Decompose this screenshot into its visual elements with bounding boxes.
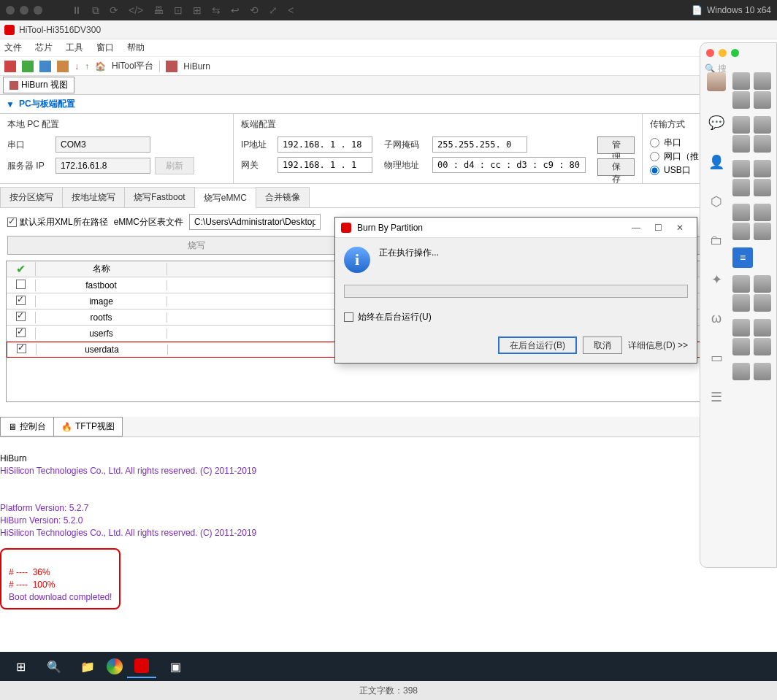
monitor-icon: 🖥 [8,422,17,432]
tool-icon-1[interactable] [4,61,16,72]
tab-fastboot[interactable]: 烧写Fastboot [124,187,195,207]
close-button[interactable]: ✕ [669,223,691,233]
down-arrow-icon[interactable]: ↓ [74,61,79,72]
board-panel: 板端配置 IP地址 网关 子网掩码 物理地址 管理 保存 [234,114,643,183]
tab-partition[interactable]: 按分区烧写 [0,187,63,207]
flame-icon: 🔥 [61,422,72,432]
chat-icon[interactable]: 💬 [708,115,724,131]
document-icon: 📄 [692,5,703,15]
burn-dialog: Burn By Partition — ☐ ✕ i 正在执行操作... 始终在后… [334,217,697,364]
menu-file[interactable]: 文件 [4,42,22,54]
toolbar: ↓ ↑ 🏠 HiTool平台 HiBurn [0,57,777,76]
dialog-titlebar: Burn By Partition — ☐ ✕ [335,218,697,238]
vm-titlebar: ⏸⧉⟳</>🖶⊡⊞⇆↩⟲⤢< 📄Windows 10 x64 [0,0,777,20]
server-ip-select[interactable] [56,158,150,174]
server-ip-label: 服务器 IP [7,160,51,172]
cube-icon[interactable]: ⬡ [711,193,722,209]
menu-icon[interactable]: ☰ [711,389,722,405]
tab-icon [9,81,18,90]
explorer-icon[interactable]: 📁 [73,655,102,678]
gateway-input[interactable] [278,157,372,173]
collapse-icon: ▼ [6,99,15,109]
chat-app-panel: 🔍 搜 💬 👤 ⬡ 🗀 ✦ ω ▭ ☰ ≡ [700,42,777,568]
tab-address[interactable]: 按地址烧写 [62,187,125,207]
search-button[interactable]: 🔍 [39,655,69,678]
toolbar-hiburn[interactable]: HiBurn [183,61,210,72]
menu-help[interactable]: 帮助 [127,42,145,54]
burn-button[interactable]: 烧写 [7,236,385,255]
xml-file-label: eMMC分区表文件 [114,216,183,228]
tool-icon-3[interactable] [39,61,51,72]
run-background-button[interactable]: 在后台运行(B) [498,336,577,354]
menu-window[interactable]: 窗口 [96,42,114,54]
tab-emmc[interactable]: 烧写eMMC [194,188,256,208]
progress-bar [344,285,688,298]
highlight-box: # ---- 36% # ---- 100% Boot download com… [0,548,120,609]
traffic-lights [6,6,42,15]
nav-icons: 💬 👤 ⬡ 🗀 ✦ ω ▭ ☰ [706,72,727,405]
windows-taskbar: ⊞ 🔍 📁 ▣ [0,652,777,681]
local-pc-panel: 本地 PC 配置 串口 服务器 IP 刷新 [0,114,234,183]
dialog-icon [341,223,351,233]
serial-select[interactable] [56,136,150,153]
mac-input[interactable] [432,157,586,173]
menu-tool[interactable]: 工具 [66,42,83,54]
check-icon: ✔ [16,263,26,275]
hiburn-view-tab[interactable]: HiBurn 视图 [3,77,74,93]
tftp-tab[interactable]: 🔥TFTP视图 [53,417,123,436]
vm-label: 📄Windows 10 x64 [692,5,771,15]
cancel-button[interactable]: 取消 [583,336,622,354]
avatar[interactable] [707,72,726,91]
menu-chip[interactable]: 芯片 [35,42,53,54]
console-output: HiBurn HiSilicon Technologies Co., Ltd. … [0,437,777,612]
manage-button[interactable]: 管理 [597,136,635,154]
vm-toolbar-icons: ⏸⧉⟳</>🖶⊡⊞⇆↩⟲⤢< [72,4,692,17]
app-icon [4,25,15,35]
mac-traffic-lights[interactable] [700,43,776,63]
up-arrow-icon[interactable]: ↑ [85,61,89,72]
refresh-button[interactable]: 刷新 [155,157,194,174]
xml-default-checkbox[interactable]: 默认采用XML所在路径 [7,216,108,228]
save-button[interactable]: 保存 [597,158,635,176]
phone-icon[interactable]: ▭ [711,350,723,366]
ip-input[interactable] [278,136,372,153]
tab-merge[interactable]: 合并镜像 [256,187,310,207]
hiburn-icon[interactable] [166,61,177,72]
home-icon[interactable]: 🏠 [95,61,106,72]
dialog-title: Burn By Partition [357,223,423,233]
menubar: 文件 芯片 工具 窗口 帮助 [0,39,777,57]
burn-tabs: 按分区烧写 按地址烧写 烧写Fastboot 烧写eMMC 合并镜像 [0,187,777,208]
netmask-input[interactable] [432,136,527,153]
app-title-text: HiTool-Hi3516DV300 [19,25,101,35]
dialog-message: 正在执行操作... [379,247,439,259]
details-link[interactable]: 详细信息(D) >> [628,339,688,352]
start-button[interactable]: ⊞ [6,655,35,678]
config-panels: 本地 PC 配置 串口 服务器 IP 刷新 板端配置 IP地址 网关 子网掩码 … [0,114,777,184]
app-titlebar: HiTool-Hi3516DV300 [0,20,777,39]
statusbar: 正文字数：398 [0,681,777,700]
xml-file-input[interactable] [189,214,321,230]
terminal-icon[interactable]: ▣ [161,655,190,678]
doc-icon[interactable]: ≡ [732,247,753,268]
minimize-button[interactable]: — [625,223,647,233]
info-icon: i [344,247,370,273]
chrome-icon[interactable] [107,658,123,674]
config-section-header[interactable]: ▼ PC与板端配置 [0,95,777,114]
always-background-checkbox[interactable]: 始终在后台运行(U) [344,311,432,323]
console-tabs: 🖥控制台 🔥TFTP视图 [0,417,777,437]
toolbar-platform[interactable]: HiTool平台 [112,60,153,72]
maximize-button[interactable]: ☐ [647,223,669,233]
hitool-taskbar-icon[interactable] [127,655,156,678]
contact-list: ≡ [732,72,773,380]
console-tab[interactable]: 🖥控制台 [0,417,54,436]
tool-icon-4[interactable] [57,61,69,72]
tool-icon-2[interactable] [22,61,34,72]
contacts-icon[interactable]: 👤 [708,154,724,170]
serial-label: 串口 [7,139,51,151]
view-tabs: HiBurn 视图 [0,76,777,95]
aperture-icon[interactable]: ✦ [711,272,722,288]
folder-icon[interactable]: 🗀 [710,233,723,248]
w-icon[interactable]: ω [711,311,722,326]
